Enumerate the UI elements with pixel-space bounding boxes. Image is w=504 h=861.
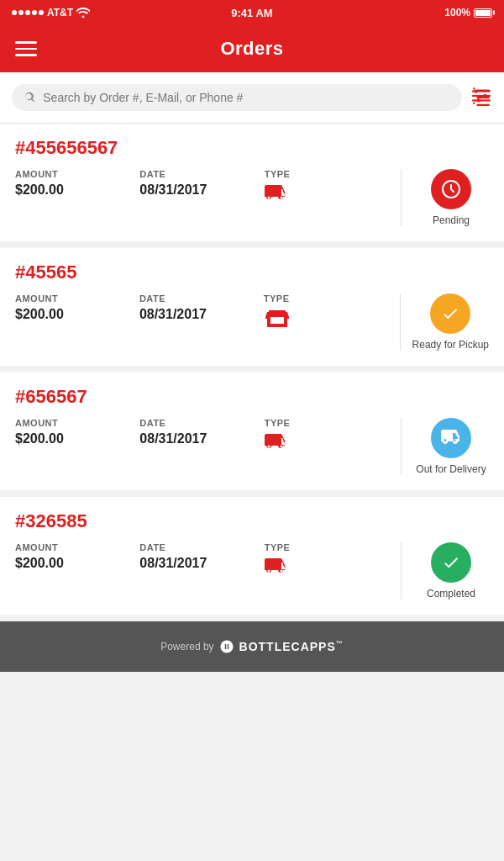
type-col: TYPE <box>265 418 389 457</box>
amount-col: AMOUNT $200.00 <box>15 542 139 581</box>
status-divider <box>401 542 402 600</box>
powered-by-text: Powered by <box>160 641 213 652</box>
type-icon <box>265 556 293 581</box>
status-label: Pending <box>433 214 470 226</box>
status-divider <box>401 169 402 226</box>
brand-icon <box>219 639 234 654</box>
date-value: 08/31/2017 <box>139 307 264 322</box>
date-col: DATE 08/31/2017 <box>139 542 264 581</box>
status-divider <box>401 418 402 475</box>
amount-value: $200.00 <box>15 182 139 198</box>
order-number: #455656567 <box>15 137 489 159</box>
type-col: TYPE <box>265 542 389 581</box>
filter-icon[interactable] <box>470 85 492 110</box>
status-circle <box>431 169 471 209</box>
date-label: DATE <box>139 542 264 552</box>
type-col: TYPE <box>265 169 389 208</box>
date-label: DATE <box>139 169 264 179</box>
date-value: 08/31/2017 <box>139 556 264 571</box>
amount-label: AMOUNT <box>15 418 139 428</box>
date-value: 08/31/2017 <box>139 431 264 446</box>
search-icon <box>24 91 36 104</box>
search-bar[interactable] <box>12 84 462 111</box>
amount-label: AMOUNT <box>15 293 139 304</box>
order-card[interactable]: #45565 AMOUNT $200.00 DATE 08/31/2017 TY… <box>0 248 504 366</box>
type-icon <box>265 431 293 457</box>
order-info: AMOUNT $200.00 DATE 08/31/2017 TYPE <box>15 169 389 208</box>
status-label: Completed <box>427 588 475 600</box>
search-container <box>0 72 504 124</box>
type-label: TYPE <box>265 418 291 428</box>
status-time: 9:41 AM <box>231 7 272 19</box>
date-label: DATE <box>139 418 264 428</box>
hamburger-menu[interactable] <box>15 41 37 56</box>
status-circle <box>431 542 471 583</box>
order-details: AMOUNT $200.00 DATE 08/31/2017 TYPE P <box>15 169 489 226</box>
date-col: DATE 08/31/2017 <box>139 169 264 208</box>
status-label: Ready for Pickup <box>412 339 489 351</box>
order-card[interactable]: #326585 AMOUNT $200.00 DATE 08/31/2017 T… <box>0 497 504 615</box>
header: Orders <box>0 25 504 72</box>
date-label: DATE <box>139 293 264 304</box>
carrier-label: AT&T <box>47 7 73 18</box>
status-bar: AT&T 9:41 AM 100% <box>0 0 504 25</box>
date-value: 08/31/2017 <box>139 182 264 198</box>
battery-percent: 100% <box>444 7 470 18</box>
amount-col: AMOUNT $200.00 <box>15 293 139 334</box>
status-right: 100% <box>444 7 492 18</box>
order-details: AMOUNT $200.00 DATE 08/31/2017 TYPE Comp… <box>15 542 489 600</box>
footer-content: Powered by BOTTLECAPPS™ <box>160 639 344 654</box>
order-details: AMOUNT $200.00 DATE 08/31/2017 TYPE Out … <box>15 418 489 475</box>
type-label: TYPE <box>264 293 290 304</box>
amount-label: AMOUNT <box>15 169 139 179</box>
battery-icon <box>474 8 492 18</box>
order-info: AMOUNT $200.00 DATE 08/31/2017 TYPE <box>15 293 388 334</box>
brand-name: BOTTLECAPPS™ <box>239 640 344 653</box>
amount-col: AMOUNT $200.00 <box>15 418 139 457</box>
order-number: #656567 <box>15 386 489 408</box>
order-number: #45565 <box>15 261 489 283</box>
status-col: Ready for Pickup <box>412 293 489 351</box>
type-label: TYPE <box>265 542 291 552</box>
order-number: #326585 <box>15 510 489 532</box>
status-divider <box>400 293 401 351</box>
type-label: TYPE <box>265 169 291 179</box>
status-col: Completed <box>413 542 489 600</box>
amount-value: $200.00 <box>15 307 139 322</box>
order-info: AMOUNT $200.00 DATE 08/31/2017 TYPE <box>15 418 389 457</box>
order-info: AMOUNT $200.00 DATE 08/31/2017 TYPE <box>15 542 389 581</box>
type-col: TYPE <box>264 293 388 334</box>
status-col: Pending <box>413 169 489 226</box>
signal-dots <box>12 10 44 15</box>
date-col: DATE 08/31/2017 <box>139 293 264 334</box>
page-title: Orders <box>220 38 283 60</box>
wifi-icon <box>76 8 90 18</box>
type-icon <box>265 182 293 208</box>
date-col: DATE 08/31/2017 <box>139 418 264 457</box>
amount-value: $200.00 <box>15 556 139 571</box>
status-circle <box>430 293 470 334</box>
status-left: AT&T <box>12 7 90 18</box>
amount-col: AMOUNT $200.00 <box>15 169 139 208</box>
footer: Powered by BOTTLECAPPS™ <box>0 621 504 672</box>
amount-value: $200.00 <box>15 431 139 446</box>
status-col: Out for Delivery <box>413 418 489 475</box>
search-input[interactable] <box>43 91 450 104</box>
amount-label: AMOUNT <box>15 542 139 552</box>
status-label: Out for Delivery <box>416 463 486 475</box>
type-icon <box>264 307 291 334</box>
order-card[interactable]: #455656567 AMOUNT $200.00 DATE 08/31/201… <box>0 124 504 241</box>
order-details: AMOUNT $200.00 DATE 08/31/2017 TYPE Read… <box>15 293 489 351</box>
orders-list: #455656567 AMOUNT $200.00 DATE 08/31/201… <box>0 124 504 615</box>
order-card[interactable]: #656567 AMOUNT $200.00 DATE 08/31/2017 T… <box>0 372 504 490</box>
